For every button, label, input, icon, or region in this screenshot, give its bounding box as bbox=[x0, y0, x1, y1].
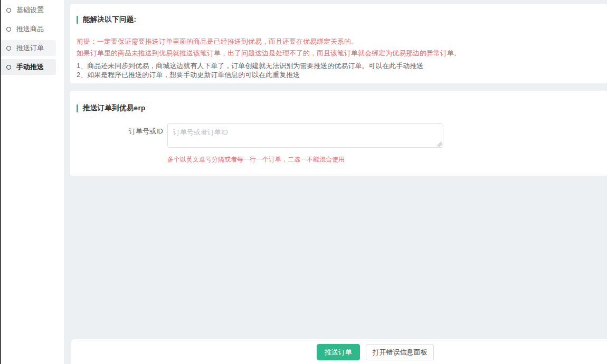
order-id-input-wrap bbox=[167, 123, 443, 148]
circle-bullet-icon bbox=[6, 65, 11, 70]
sidebar-item-label: 基础设置 bbox=[16, 5, 44, 15]
order-id-textarea[interactable] bbox=[167, 123, 443, 148]
sidebar-item-label: 推送订单 bbox=[16, 43, 44, 53]
info-panel: 能解决以下问题: 前提：一定要保证需要推送订单里面的商品是已经推送到优易，而且还… bbox=[70, 4, 607, 83]
order-id-helper-text: 多个以英文逗号分隔或者每一行一个订单，二选一不能混合使用 bbox=[167, 155, 599, 164]
warning-text-block: 前提：一定要保证需要推送订单里面的商品是已经推送到优易，而且还要在优易绑定关系的… bbox=[77, 36, 599, 59]
push-order-button[interactable]: 推送订单 bbox=[317, 344, 360, 360]
accent-bar-icon bbox=[77, 104, 78, 112]
main-content: 能解决以下问题: 前提：一定要保证需要推送订单里面的商品是已经推送到优易，而且还… bbox=[65, 0, 607, 364]
sidebar-item-basic-settings[interactable]: 基础设置 bbox=[0, 2, 56, 18]
info-panel-header: 能解决以下问题: bbox=[77, 15, 599, 24]
sidebar-item-label: 手动推送 bbox=[16, 62, 44, 72]
warning-line: 前提：一定要保证需要推送订单里面的商品是已经推送到优易，而且还要在优易绑定关系的… bbox=[77, 36, 599, 47]
action-footer: 推送订单 打开错误信息面板 bbox=[71, 339, 607, 364]
sidebar-item-manual-push[interactable]: 手动推送 bbox=[0, 59, 56, 75]
circle-bullet-icon bbox=[6, 27, 11, 32]
order-id-label: 订单号或ID bbox=[77, 123, 167, 136]
open-error-panel-button[interactable]: 打开错误信息面板 bbox=[366, 344, 434, 360]
sidebar-item-push-products[interactable]: 推送商品 bbox=[0, 21, 56, 37]
sidebar-item-push-orders[interactable]: 推送订单 bbox=[0, 40, 56, 56]
sidebar-item-label: 推送商品 bbox=[16, 24, 44, 34]
app-window: 基础设置 推送商品 推送订单 手动推送 能解决以下问题: 前提：一定要保证需要推… bbox=[0, 0, 607, 364]
push-panel-header: 推送订单到优易erp bbox=[77, 103, 599, 113]
settings-sidebar: 基础设置 推送商品 推送订单 手动推送 bbox=[0, 0, 65, 364]
note-text-block: 1、商品还未同步到优易，商城这边就有人下单了，订单创建就无法识别为需要推送的优易… bbox=[77, 61, 599, 79]
circle-bullet-icon bbox=[6, 8, 11, 13]
circle-bullet-icon bbox=[6, 46, 11, 51]
order-id-form-row: 订单号或ID bbox=[77, 123, 599, 148]
accent-bar-icon bbox=[77, 16, 78, 24]
note-line: 1、商品还未同步到优易，商城这边就有人下单了，订单创建就无法识别为需要推送的优易… bbox=[77, 61, 599, 70]
warning-line: 如果订单里的商品未推送到优易就推送该笔订单，出了问题这边是处理不了的，而且该笔订… bbox=[77, 47, 599, 59]
window-edge bbox=[0, 0, 1, 364]
push-panel-title: 推送订单到优易erp bbox=[83, 103, 146, 113]
info-panel-title: 能解决以下问题: bbox=[83, 15, 136, 24]
push-order-panel: 推送订单到优易erp 订单号或ID 多个以英文逗号分隔或者每一行一个订单，二选一… bbox=[70, 91, 607, 176]
note-line: 2、如果是程序已推送的订单，想要手动更新订单信息的可以在此重复推送 bbox=[77, 70, 599, 79]
